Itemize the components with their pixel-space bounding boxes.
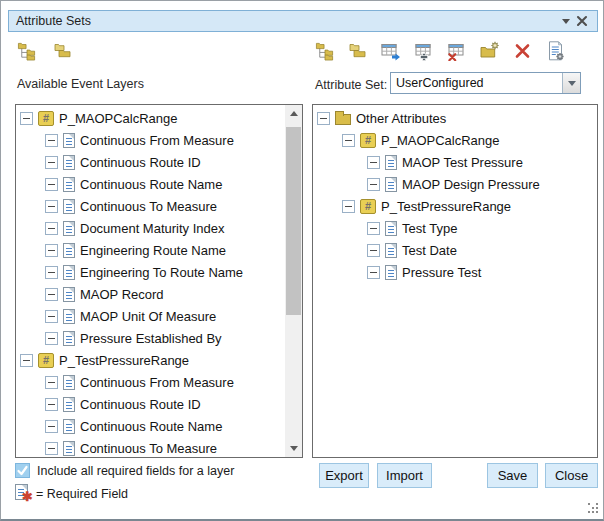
delete-icon[interactable]	[513, 41, 533, 61]
collapse-toggle-icon[interactable]	[45, 332, 58, 345]
tree-item-label: MAOP Record	[80, 287, 164, 302]
import-button[interactable]: Import	[377, 463, 432, 488]
collapse-toggle-icon[interactable]	[367, 244, 380, 257]
tree-item-pressure-test[interactable]: Pressure Test	[313, 261, 597, 283]
scroll-up-icon[interactable]	[285, 105, 302, 122]
tree-item-continuous-to-measure[interactable]: Continuous To Measure	[16, 437, 285, 458]
right-toolbar	[315, 41, 566, 61]
tree-item-other-attributes[interactable]: Other Attributes	[313, 107, 597, 129]
collapse-toggle-icon[interactable]	[45, 288, 58, 301]
collapse-toggle-icon[interactable]	[45, 266, 58, 279]
attribute-set-dropdown[interactable]: UserConfigured	[390, 72, 581, 94]
collapse-toggle-icon[interactable]	[342, 134, 355, 147]
tree-item-p-maopcalcrange[interactable]: P_MAOPCalcRange	[16, 107, 285, 129]
dropdown-arrow-icon[interactable]	[562, 73, 580, 93]
collapse-toggle-icon[interactable]	[367, 178, 380, 191]
tree-item-continuous-route-name[interactable]: Continuous Route Name	[16, 415, 285, 437]
field-icon	[385, 265, 397, 280]
configure-report-icon[interactable]	[546, 41, 566, 61]
attribute-set-label: Attribute Set:	[315, 78, 387, 92]
new-attribute-set-folder-icon[interactable]	[480, 41, 500, 61]
collapse-toggle-icon[interactable]	[20, 112, 33, 125]
attribute-set-tree: Other AttributesP_MAOPCalcRangeMAOP Test…	[313, 105, 597, 283]
field-icon	[385, 155, 397, 170]
resize-grip[interactable]	[588, 503, 599, 514]
close-button[interactable]: Close	[545, 463, 598, 488]
collapse-toggle-icon[interactable]	[45, 134, 58, 147]
tree-item-engineering-route-name[interactable]: Engineering Route Name	[16, 239, 285, 261]
tree-item-engineering-to-route-name[interactable]: Engineering To Route Name	[16, 261, 285, 283]
tree-item-label: Pressure Test	[402, 265, 481, 280]
tree-item-label: Test Type	[402, 221, 457, 236]
tree-item-label: Document Maturity Index	[80, 221, 225, 236]
tree-item-p-maopcalcrange[interactable]: P_MAOPCalcRange	[313, 129, 597, 151]
collapse-toggle-icon[interactable]	[367, 156, 380, 169]
tree-item-continuous-from-measure[interactable]: Continuous From Measure	[16, 371, 285, 393]
collapse-toggle-icon[interactable]	[342, 200, 355, 213]
available-event-layers-label: Available Event Layers	[17, 77, 144, 91]
field-icon	[63, 375, 75, 390]
tree-item-label: Pressure Established By	[80, 331, 222, 346]
tree-item-label: MAOP Test Pressure	[402, 155, 523, 170]
collapse-toggle-icon[interactable]	[45, 200, 58, 213]
collapse-toggle-icon[interactable]	[45, 178, 58, 191]
left-toolbar	[17, 41, 73, 61]
collapse-toggle-icon[interactable]	[45, 398, 58, 411]
tree-item-p-testpressurerange[interactable]: P_TestPressureRange	[16, 349, 285, 371]
tree-item-document-maturity-index[interactable]: Document Maturity Index	[16, 217, 285, 239]
tree-item-pressure-established-by[interactable]: Pressure Established By	[16, 327, 285, 349]
tree-item-test-type[interactable]: Test Type	[313, 217, 597, 239]
collapse-toggle-icon[interactable]	[20, 354, 33, 367]
tree-item-continuous-to-measure[interactable]: Continuous To Measure	[16, 195, 285, 217]
collapse-toggle-icon[interactable]	[45, 156, 58, 169]
close-icon[interactable]	[574, 13, 590, 29]
tree-item-label: MAOP Unit Of Measure	[80, 309, 216, 324]
tree-item-label: Continuous Route ID	[80, 155, 201, 170]
open-attribute-folder-icon[interactable]	[348, 41, 368, 61]
tree-item-maop-record[interactable]: MAOP Record	[16, 283, 285, 305]
tree-item-label: MAOP Design Pressure	[402, 177, 540, 192]
save-button[interactable]: Save	[487, 463, 538, 488]
attribute-sets-dialog: Attribute Sets	[0, 0, 604, 521]
include-required-fields-checkbox[interactable]	[15, 463, 30, 478]
export-button[interactable]: Export	[319, 463, 369, 488]
tree-item-maop-test-pressure[interactable]: MAOP Test Pressure	[313, 151, 597, 173]
field-icon	[63, 221, 75, 236]
scroll-down-icon[interactable]	[285, 440, 302, 457]
layer-icon	[360, 199, 376, 214]
add-table-icon[interactable]	[414, 41, 434, 61]
tree-item-continuous-route-name[interactable]: Continuous Route Name	[16, 173, 285, 195]
add-attribute-layers-icon[interactable]	[315, 41, 335, 61]
open-folder-icon[interactable]	[53, 41, 73, 61]
tree-item-label: Test Date	[402, 243, 457, 258]
collapse-toggle-icon[interactable]	[45, 310, 58, 323]
collapse-toggle-icon[interactable]	[45, 420, 58, 433]
tree-item-test-date[interactable]: Test Date	[313, 239, 597, 261]
collapse-toggle-icon[interactable]	[45, 376, 58, 389]
tree-item-continuous-route-id[interactable]: Continuous Route ID	[16, 151, 285, 173]
tree-item-label: Engineering To Route Name	[80, 265, 243, 280]
include-required-fields-label: Include all required fields for a layer	[37, 464, 234, 478]
collapse-toggle-icon[interactable]	[317, 112, 330, 125]
scrollbar-thumb[interactable]	[286, 127, 301, 315]
tree-item-p-testpressurerange[interactable]: P_TestPressureRange	[313, 195, 597, 217]
collapse-toggle-icon[interactable]	[45, 442, 58, 455]
remove-table-icon[interactable]	[447, 41, 467, 61]
add-event-layers-icon[interactable]	[17, 41, 37, 61]
collapse-toggle-icon[interactable]	[45, 244, 58, 257]
attribute-set-dropdown-value: UserConfigured	[391, 76, 562, 90]
tree-item-maop-design-pressure[interactable]: MAOP Design Pressure	[313, 173, 597, 195]
export-table-icon[interactable]	[381, 41, 401, 61]
tree-item-maop-unit-of-measure[interactable]: MAOP Unit Of Measure	[16, 305, 285, 327]
collapse-toggle-icon[interactable]	[367, 266, 380, 279]
collapse-toggle-icon[interactable]	[45, 222, 58, 235]
collapse-toggle-icon[interactable]	[367, 222, 380, 235]
collapse-arrow-icon[interactable]	[558, 13, 574, 29]
titlebar[interactable]: Attribute Sets	[8, 10, 598, 32]
tree-item-continuous-route-id[interactable]: Continuous Route ID	[16, 393, 285, 415]
tree-item-continuous-from-measure[interactable]: Continuous From Measure	[16, 129, 285, 151]
vertical-scrollbar[interactable]	[285, 105, 302, 457]
layer-icon	[38, 353, 54, 368]
field-icon	[63, 243, 75, 258]
tree-item-label: Continuous Route ID	[80, 397, 201, 412]
